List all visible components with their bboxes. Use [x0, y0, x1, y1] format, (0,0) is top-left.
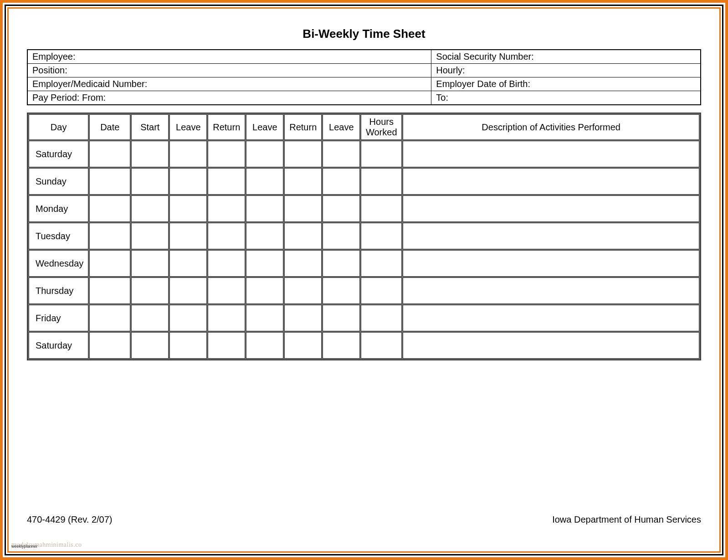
leave-cell — [323, 141, 360, 167]
leave-cell — [169, 250, 207, 277]
hours-cell — [361, 223, 402, 249]
hours-cell — [361, 168, 402, 195]
leave-cell — [246, 332, 283, 359]
day-cell: Wednesday — [29, 250, 88, 277]
desc-cell — [403, 305, 699, 331]
return-cell — [284, 277, 322, 304]
table-row: Saturday — [29, 141, 699, 167]
return-cell — [208, 277, 245, 304]
start-cell — [131, 141, 169, 167]
info-row: Employee: Social Security Number: — [27, 50, 701, 64]
info-row: Pay Period: From: To: — [27, 91, 701, 105]
desc-cell — [403, 168, 699, 195]
col-leave2: Leave — [246, 114, 283, 140]
leave-cell — [246, 223, 283, 249]
leave-cell — [323, 195, 360, 222]
leave-cell — [323, 250, 360, 277]
leave-cell — [169, 277, 207, 304]
leave-cell — [246, 195, 283, 222]
return-cell — [208, 195, 245, 222]
col-leave1: Leave — [169, 114, 207, 140]
date-cell — [89, 223, 130, 249]
return-cell — [208, 332, 245, 359]
return-cell — [284, 332, 322, 359]
return-cell — [208, 223, 245, 249]
col-return1: Return — [208, 114, 245, 140]
info-table: Employee: Social Security Number: Positi… — [27, 49, 701, 105]
start-cell — [131, 305, 169, 331]
col-desc: Description of Activities Performed — [403, 114, 699, 140]
day-cell: Saturday — [29, 141, 88, 167]
leave-cell — [169, 223, 207, 249]
hours-cell — [361, 141, 402, 167]
table-row: Saturday — [29, 332, 699, 359]
hours-cell — [361, 250, 402, 277]
date-cell — [89, 305, 130, 331]
desc-cell — [403, 195, 699, 222]
col-day: Day — [29, 114, 88, 140]
leave-cell — [323, 168, 360, 195]
day-cell: Monday — [29, 195, 88, 222]
timesheet-body: Saturday Sunday — [29, 141, 699, 359]
table-row: Sunday — [29, 168, 699, 195]
return-cell — [284, 223, 322, 249]
position-label: Position: — [27, 64, 431, 77]
day-cell: Friday — [29, 305, 88, 331]
leave-cell — [169, 168, 207, 195]
pay-period-to-label: To: — [431, 91, 701, 105]
page-title: Bi-Weekly Time Sheet — [27, 27, 701, 41]
hourly-label: Hourly: — [431, 64, 701, 77]
info-row: Employer/Medicaid Number: Employer Date … — [27, 77, 701, 91]
employee-label: Employee: — [27, 50, 431, 64]
date-cell — [89, 250, 130, 277]
ssn-label: Social Security Number: — [431, 50, 701, 64]
table-row: Monday — [29, 195, 699, 222]
leave-cell — [169, 305, 207, 331]
start-cell — [131, 168, 169, 195]
col-hours: Hours Worked — [361, 114, 402, 140]
return-cell — [208, 168, 245, 195]
return-cell — [284, 250, 322, 277]
leave-cell — [246, 277, 283, 304]
desc-cell — [403, 277, 699, 304]
timesheet-table: Day Date Start Leave Return Leave Return… — [27, 113, 701, 360]
leave-cell — [169, 332, 207, 359]
day-cell: Thursday — [29, 277, 88, 304]
document-page: Bi-Weekly Time Sheet Employee: Social Se… — [7, 7, 721, 553]
desc-cell — [403, 223, 699, 249]
return-cell — [284, 195, 322, 222]
department-name: Iowa Department of Human Services — [552, 514, 701, 525]
leave-cell — [169, 141, 207, 167]
date-cell — [89, 141, 130, 167]
leave-cell — [246, 141, 283, 167]
day-cell: Tuesday — [29, 223, 88, 249]
col-leave3: Leave — [323, 114, 360, 140]
form-number: 470-4429 (Rev. 2/07) — [27, 514, 113, 525]
table-row: Tuesday — [29, 223, 699, 249]
leave-cell — [246, 305, 283, 331]
outer-frame: Bi-Weekly Time Sheet Employee: Social Se… — [0, 0, 728, 560]
col-return2: Return — [284, 114, 322, 140]
leave-cell — [323, 332, 360, 359]
hours-cell — [361, 277, 402, 304]
table-row: Thursday — [29, 277, 699, 304]
hours-cell — [361, 305, 402, 331]
return-cell — [208, 305, 245, 331]
col-start: Start — [131, 114, 169, 140]
leave-cell — [323, 305, 360, 331]
return-cell — [208, 141, 245, 167]
start-cell — [131, 250, 169, 277]
date-cell — [89, 277, 130, 304]
date-cell — [89, 332, 130, 359]
return-cell — [284, 141, 322, 167]
date-cell — [89, 195, 130, 222]
return-cell — [284, 305, 322, 331]
table-row: Friday — [29, 305, 699, 331]
pay-period-from-label: Pay Period: From: — [27, 91, 431, 105]
leave-cell — [323, 277, 360, 304]
table-row: Wednesday — [29, 250, 699, 277]
desc-cell — [403, 250, 699, 277]
start-cell — [131, 277, 169, 304]
table-header-row: Day Date Start Leave Return Leave Return… — [29, 114, 699, 140]
mid-frame: Bi-Weekly Time Sheet Employee: Social Se… — [5, 5, 723, 555]
